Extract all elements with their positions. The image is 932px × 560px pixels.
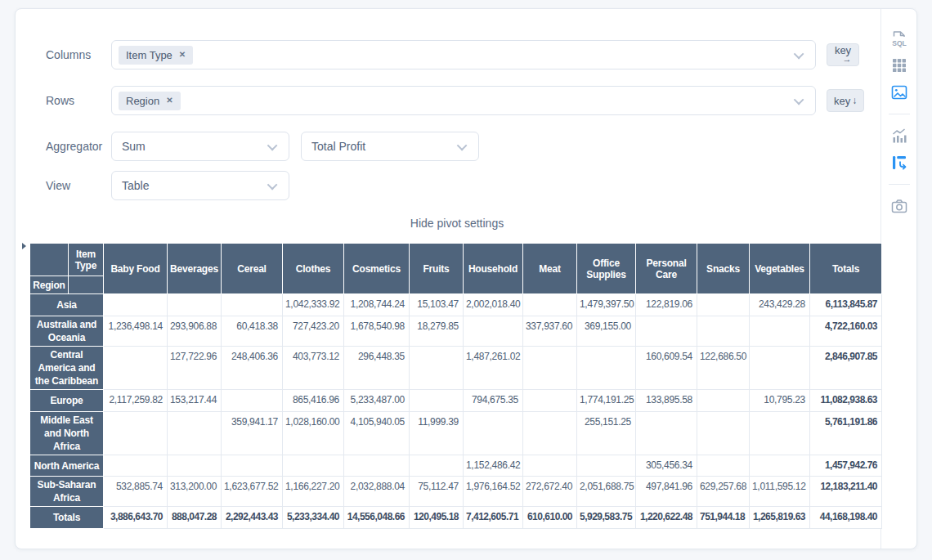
- chevron-down-icon[interactable]: [794, 48, 804, 59]
- row-header: Sub-Saharan Africa: [30, 477, 104, 507]
- column-header: Vegetables: [750, 244, 810, 294]
- pivot-cell: [697, 412, 750, 455]
- pivot-cell: [750, 347, 810, 390]
- column-header: Household: [464, 244, 523, 294]
- pivot-cell: 1,976,164.52: [464, 477, 523, 507]
- pivot-cell: 296,448.35: [344, 347, 410, 390]
- image-preview-icon[interactable]: [889, 83, 909, 102]
- pivot-cell: [104, 294, 168, 316]
- row-key-order-button[interactable]: key ↓: [827, 89, 864, 112]
- column-total-cell: 7,412,605.71: [464, 507, 523, 529]
- grand-total-cell: 44,168,198.40: [810, 507, 882, 529]
- rows-label: Rows: [46, 94, 111, 107]
- pivot-cell: 369,155.00: [577, 316, 636, 347]
- rows-control: Rows Region ✕ key ↓: [46, 86, 880, 115]
- pivot-cell: 629,257.68: [697, 477, 750, 507]
- camera-icon[interactable]: [889, 196, 909, 216]
- pivot-cell: [697, 390, 750, 412]
- pivot-cell: 127,722.96: [168, 347, 222, 390]
- column-header: Cereal: [222, 244, 283, 294]
- pivot-cell: [750, 412, 810, 455]
- row-header: Asia: [30, 294, 104, 316]
- row-total-cell: 1,457,942.76: [810, 455, 882, 477]
- row-header: Central America and the Caribbean: [30, 347, 104, 390]
- pivot-cell: 1,166,227.20: [283, 477, 344, 507]
- row-total-cell: 5,761,191.86: [810, 412, 882, 455]
- pivot-cell: [523, 347, 577, 390]
- column-header: Cosmetics: [344, 244, 410, 294]
- columns-tag[interactable]: Item Type ✕: [119, 46, 193, 65]
- view-label: View: [46, 179, 111, 192]
- combo-chart-icon[interactable]: [889, 126, 909, 146]
- pivot-cell: [697, 455, 750, 477]
- aggregator-label: Aggregator: [46, 140, 111, 153]
- row-header: Europe: [30, 390, 104, 412]
- pivot-cell: 305,456.34: [636, 455, 697, 477]
- rows-tag-label: Region: [126, 95, 159, 107]
- pivot-cell: [222, 455, 283, 477]
- pivot-cell: 1,208,744.24: [344, 294, 410, 316]
- row-total-cell: 6,113,845.87: [810, 294, 882, 316]
- row-total-cell: 12,183,211.40: [810, 477, 882, 507]
- aggregator-field-select[interactable]: Total Profit: [301, 132, 479, 161]
- pivot-cell: 243,429.28: [750, 294, 810, 316]
- column-total-cell: 5,929,583.75: [577, 507, 636, 529]
- column-key-order-button[interactable]: key →: [827, 43, 859, 66]
- pivot-cell: 2,032,888.04: [344, 477, 410, 507]
- rows-tag[interactable]: Region ✕: [119, 92, 181, 110]
- collapse-panel-arrow-icon[interactable]: [22, 243, 26, 249]
- pivot-cell: 248,406.36: [222, 347, 283, 390]
- column-header: Snacks: [697, 244, 750, 294]
- pivot-table: Item TypeBaby FoodBeveragesCerealClothes…: [29, 243, 882, 529]
- chevron-down-icon[interactable]: [794, 94, 804, 105]
- table-grid-icon[interactable]: [889, 56, 909, 75]
- pivot-settings: Columns Item Type ✕ key → Rows: [25, 9, 880, 200]
- column-header: Meat: [523, 244, 577, 294]
- pivot-cell: 2,117,259.82: [104, 390, 168, 412]
- sql-file-icon[interactable]: SQL: [889, 29, 909, 48]
- pivot-cell: [636, 412, 697, 455]
- pivot-cell: 5,233,487.00: [344, 390, 410, 412]
- toolbar-divider: [889, 184, 910, 185]
- aggregator-select[interactable]: Sum: [111, 132, 289, 161]
- remove-rows-tag-icon[interactable]: ✕: [166, 96, 173, 105]
- pivot-table-icon[interactable]: [889, 153, 909, 172]
- column-header: Baby Food: [104, 244, 168, 294]
- pivot-cell: 1,011,595.12: [750, 477, 810, 507]
- pivot-cell: 337,937.60: [523, 316, 577, 347]
- pivot-cell: [523, 455, 577, 477]
- pivot-header: Item TypeBaby FoodBeveragesCerealClothes…: [30, 244, 882, 294]
- pivot-cell: 60,418.38: [222, 316, 283, 347]
- chevron-down-icon: [267, 179, 278, 190]
- pivot-cell: [577, 347, 636, 390]
- pivot-cell: 1,042,333.92: [283, 294, 344, 316]
- pivot-cell: 865,416.96: [283, 390, 344, 412]
- pivot-body: Asia1,042,333.921,208,744.2415,103.472,0…: [30, 294, 882, 529]
- pivot-cell: [283, 455, 344, 477]
- pivot-cell: [523, 390, 577, 412]
- column-total-cell: 120,495.18: [410, 507, 464, 529]
- pivot-cell: [410, 455, 464, 477]
- pivot-cell: 1,236,498.14: [104, 316, 168, 347]
- pivot-cell: [104, 412, 168, 455]
- rows-multiselect[interactable]: Region ✕: [111, 86, 816, 115]
- column-header: Office Supplies: [577, 244, 636, 294]
- toolbar-divider: [889, 114, 910, 114]
- remove-columns-tag-icon[interactable]: ✕: [179, 51, 186, 59]
- view-select[interactable]: Table: [111, 171, 289, 200]
- row-total-cell: 11,082,938.63: [810, 390, 882, 412]
- main-area: Columns Item Type ✕ key → Rows: [16, 9, 880, 549]
- table-row: Australia and Oceania1,236,498.14293,906…: [30, 316, 882, 347]
- pivot-cell: [577, 455, 636, 477]
- column-total-cell: 2,292,443.43: [222, 507, 283, 529]
- pivot-cell: [523, 412, 577, 455]
- pivot-cell: 1,028,160.00: [283, 412, 344, 455]
- column-total-cell: 5,233,334.40: [283, 507, 344, 529]
- pivot-cell: [222, 294, 283, 316]
- pivot-cell: 727,423.20: [283, 316, 344, 347]
- hide-pivot-settings-link[interactable]: Hide pivot settings: [29, 217, 885, 230]
- columns-control: Columns Item Type ✕ key →: [46, 40, 880, 69]
- columns-multiselect[interactable]: Item Type ✕: [111, 40, 816, 69]
- column-total-cell: 1,220,622.48: [636, 507, 697, 529]
- pivot-cell: [410, 347, 464, 390]
